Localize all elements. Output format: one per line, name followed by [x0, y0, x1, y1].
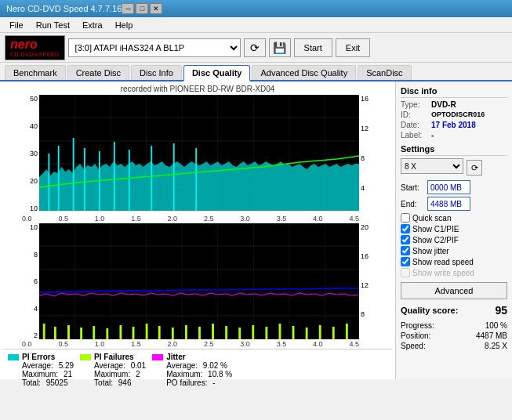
progress-section: Progress: 100 % Position: 4487 MB Speed:… [401, 321, 507, 350]
speed-refresh-button[interactable]: ⟳ [467, 160, 482, 176]
type-row: Type: DVD-R [401, 100, 507, 109]
tab-disc-quality[interactable]: Disc Quality [183, 65, 251, 81]
x-labels-upper: 0.00.51.01.52.02.53.03.54.04.5 [22, 214, 375, 223]
show-c2pif-row: Show C2/PIF [401, 235, 507, 244]
speed-row: Speed: 8.25 X [401, 342, 507, 350]
nero-subtext: CD·DVD⊘SPEED [10, 52, 60, 58]
drive-select[interactable]: [3:0] ATAPI iHAS324 A BL1P [68, 38, 241, 57]
tab-disc-info[interactable]: Disc Info [131, 65, 182, 80]
position-row: Position: 4487 MB [401, 331, 507, 340]
minimize-button[interactable]: ─ [122, 3, 134, 14]
svg-rect-23 [195, 148, 197, 211]
svg-rect-24 [39, 223, 359, 339]
titlebar-controls: ─ □ ✕ [122, 3, 162, 14]
menu-file[interactable]: File [3, 19, 30, 31]
position-value: 4487 MB [476, 331, 507, 340]
start-mb-input[interactable] [427, 180, 470, 194]
show-write-speed-row: Show write speed [401, 268, 507, 277]
speed-select[interactable]: 8 X [401, 158, 463, 174]
svg-rect-59 [332, 327, 335, 339]
quality-row: Quality score: 95 [401, 304, 507, 317]
progress-label: Progress: [401, 321, 434, 330]
show-jitter-checkbox[interactable] [401, 246, 410, 255]
show-c2pif-checkbox[interactable] [401, 235, 410, 244]
show-read-speed-checkbox[interactable] [401, 257, 410, 266]
show-jitter-row: Show jitter [401, 246, 507, 255]
show-c1pie-row: Show C1/PIE [401, 224, 507, 234]
menu-run-test[interactable]: Run Test [30, 19, 76, 31]
jitter-data: Jitter Average: 9.02 % Maximum: 10.8 % P… [166, 353, 232, 387]
svg-rect-52 [238, 328, 241, 339]
show-jitter-label: Show jitter [412, 247, 449, 255]
progress-row: Progress: 100 % [401, 321, 507, 330]
start-button[interactable]: Start [294, 38, 332, 57]
svg-rect-49 [198, 327, 201, 339]
nero-logo-text: nero [10, 38, 38, 51]
lower-chart [39, 223, 359, 339]
chart-wrapper: 5040302010 [22, 95, 375, 349]
chart-title: recorded with PIONEER BD-RW BDR-XD04 [3, 85, 392, 93]
svg-rect-42 [106, 328, 108, 339]
end-mb-row: End: [401, 197, 507, 211]
svg-rect-17 [84, 148, 85, 211]
svg-rect-58 [319, 325, 321, 339]
svg-rect-46 [158, 326, 161, 339]
progress-value: 100 % [485, 321, 507, 330]
svg-rect-51 [225, 326, 227, 339]
close-button[interactable]: ✕ [150, 3, 162, 14]
save-button[interactable]: 💾 [269, 38, 291, 57]
svg-rect-57 [306, 328, 308, 339]
svg-rect-19 [114, 142, 115, 211]
speed-label: Speed: [401, 342, 426, 350]
position-label: Position: [401, 331, 430, 340]
show-write-speed-checkbox[interactable] [401, 268, 410, 277]
tab-create-disc[interactable]: Create Disc [67, 65, 129, 80]
legend: PI Errors Average: 5.29 Maximum: 21 Tota… [3, 349, 392, 390]
quality-score: 95 [495, 304, 507, 317]
svg-rect-50 [212, 324, 214, 339]
svg-rect-48 [185, 325, 187, 339]
svg-rect-44 [133, 327, 135, 339]
upper-y-right: 161284 [359, 95, 375, 214]
x-labels-lower: 0.00.51.01.52.02.53.03.54.04.5 [22, 339, 375, 349]
svg-rect-14 [48, 154, 49, 211]
exit-button[interactable]: Exit [336, 38, 370, 57]
svg-rect-47 [172, 328, 174, 339]
svg-rect-38 [54, 327, 56, 339]
pi-errors-color [8, 354, 19, 360]
end-mb-input[interactable] [427, 197, 470, 211]
quick-scan-row: Quick scan [401, 213, 507, 223]
show-write-speed-label: Show write speed [412, 269, 474, 277]
menu-extra[interactable]: Extra [76, 19, 109, 31]
nero-logo: nero CD·DVD⊘SPEED [5, 35, 65, 60]
show-c1pie-checkbox[interactable] [401, 224, 410, 234]
main-content: recorded with PIONEER BD-RW BDR-XD04 504… [0, 81, 512, 379]
refresh-button[interactable]: ⟳ [244, 38, 266, 57]
titlebar-title: Nero CD-DVD Speed 4.7.7.16 [6, 4, 122, 13]
quick-scan-checkbox[interactable] [401, 213, 410, 223]
show-c2pif-label: Show C2/PIF [412, 236, 459, 244]
show-c1pie-label: Show C1/PIE [412, 225, 459, 234]
settings-group: Settings 8 X ⟳ Start: End: Quick scan [401, 144, 507, 299]
speed-value: 8.25 X [485, 342, 507, 350]
svg-rect-21 [151, 146, 152, 211]
menu-help[interactable]: Help [109, 19, 140, 31]
show-read-speed-label: Show read speed [412, 258, 474, 266]
settings-title: Settings [401, 144, 507, 156]
jitter-color [152, 354, 163, 360]
svg-rect-22 [173, 143, 175, 211]
svg-rect-53 [252, 325, 254, 339]
show-read-speed-row: Show read speed [401, 257, 507, 266]
right-panel: Disc info Type: DVD-R ID: OPTODISCR016 D… [396, 81, 512, 379]
advanced-button[interactable]: Advanced [401, 282, 507, 299]
svg-rect-45 [146, 324, 148, 339]
tab-scandisc[interactable]: ScanDisc [358, 65, 411, 80]
quality-label: Quality score: [401, 306, 458, 315]
chart-area: recorded with PIONEER BD-RW BDR-XD04 504… [0, 81, 396, 379]
upper-chart [39, 95, 359, 211]
maximize-button[interactable]: □ [136, 3, 148, 14]
tab-benchmark[interactable]: Benchmark [5, 65, 66, 80]
tab-advanced-disc-quality[interactable]: Advanced Disc Quality [252, 65, 356, 80]
pi-failures-data: PI Failures Average: 0.01 Maximum: 2 Tot… [94, 353, 146, 387]
legend-pi-errors: PI Errors Average: 5.29 Maximum: 21 Tota… [8, 353, 74, 387]
